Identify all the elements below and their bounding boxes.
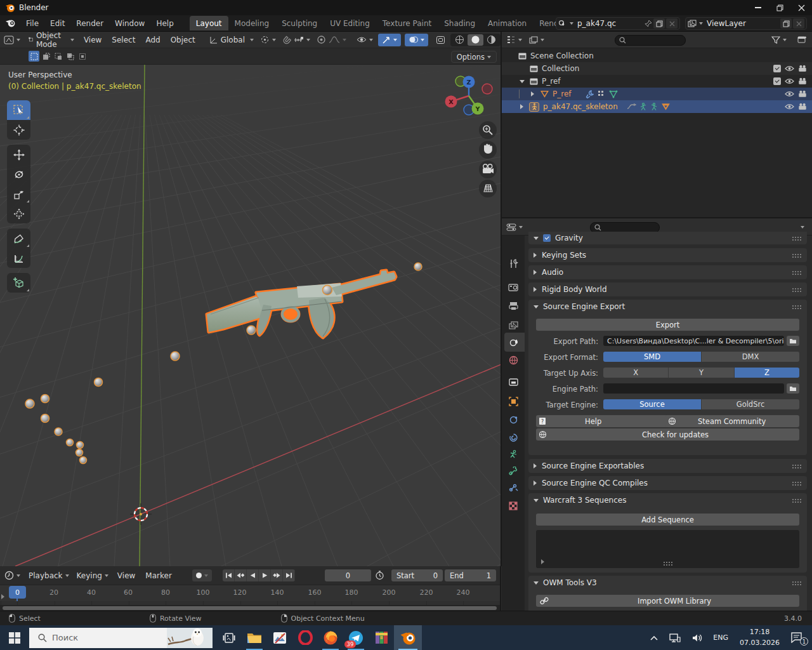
- timeline-view-menu[interactable]: View: [112, 571, 140, 580]
- tool-move[interactable]: [7, 145, 30, 164]
- panel-source-engine-qc-compiles[interactable]: Source Engine QC Compiles: [528, 476, 807, 490]
- workspace-tab-animation[interactable]: Animation: [481, 17, 533, 30]
- tray-language[interactable]: ENG: [708, 633, 733, 642]
- firefox-browser-icon[interactable]: [318, 625, 343, 650]
- check-updates-button[interactable]: Check for updates: [536, 428, 799, 441]
- transform-orientation-dropdown[interactable]: Global: [209, 36, 254, 44]
- panel-keying-sets[interactable]: Keying Sets: [528, 248, 807, 262]
- taskbar-search[interactable]: Поиск: [29, 628, 213, 648]
- import-owm-library-button[interactable]: Import OWM Library: [536, 595, 799, 607]
- outliner-row-p-ref-collection[interactable]: P_ref: [502, 75, 812, 88]
- snap-toggle-icon[interactable]: [282, 36, 291, 44]
- engine-source-button[interactable]: Source: [603, 399, 702, 409]
- menu-edit[interactable]: Edit: [44, 17, 70, 30]
- gizmos-toggle[interactable]: [378, 34, 401, 46]
- outliner-row-p-ref-mesh[interactable]: P_ref: [502, 88, 812, 100]
- tool-add-cube[interactable]: [7, 273, 30, 293]
- prev-keyframe-button[interactable]: [235, 569, 247, 581]
- camera-visibility-icon[interactable]: [798, 90, 807, 98]
- select-mode-extend-icon[interactable]: [41, 51, 51, 62]
- timeline-expand-arrow[interactable]: [1, 594, 4, 599]
- next-keyframe-button[interactable]: [271, 569, 283, 581]
- end-frame-field[interactable]: End1: [445, 569, 496, 581]
- sequence-list-box[interactable]: [536, 530, 799, 568]
- outliner-display-mode-dropdown[interactable]: [527, 36, 547, 44]
- tab-texture[interactable]: [502, 496, 525, 515]
- select-mode-new-icon[interactable]: [29, 51, 39, 62]
- hide-eye-icon[interactable]: [785, 103, 794, 110]
- panel-source-engine-export[interactable]: Source Engine Export Export Export Path:…: [528, 300, 807, 455]
- outliner-row-collection[interactable]: Collection: [502, 62, 812, 75]
- scene-name[interactable]: p_ak47.qc: [573, 19, 620, 28]
- camera-view-button[interactable]: [479, 161, 497, 178]
- hide-eye-icon[interactable]: [785, 91, 794, 97]
- format-smd-button[interactable]: SMD: [603, 352, 702, 362]
- tab-constraints[interactable]: [502, 428, 525, 447]
- exclude-checkbox[interactable]: [773, 77, 781, 85]
- timeline-scrollbar-thumb[interactable]: [3, 606, 497, 610]
- start-frame-field[interactable]: Start0: [391, 569, 443, 581]
- tray-clock[interactable]: 17:18 07.03.2026: [733, 627, 786, 648]
- export-button[interactable]: Export: [536, 319, 799, 331]
- file-explorer-icon[interactable]: [242, 625, 267, 650]
- workspace-tab-texture-paint[interactable]: Texture Paint: [376, 17, 438, 30]
- tab-view-layer[interactable]: [502, 315, 525, 335]
- format-dmx-button[interactable]: DMX: [702, 352, 799, 362]
- unlink-scene-icon[interactable]: [666, 18, 678, 29]
- engine-path-browse-button[interactable]: [787, 383, 799, 394]
- notification-center-icon[interactable]: 1: [786, 632, 812, 643]
- timeline-marker-menu[interactable]: Marker: [140, 571, 176, 580]
- play-reverse-button[interactable]: [247, 569, 259, 581]
- properties-editor-type-button[interactable]: [502, 223, 527, 232]
- panel-warcraft-3-sequences[interactable]: Warcraft 3 Sequences Add Sequence: [528, 493, 807, 573]
- mode-selector[interactable]: Object Mode: [24, 32, 79, 49]
- tab-world[interactable]: [502, 350, 525, 369]
- current-frame-field[interactable]: 0: [325, 569, 371, 581]
- axis-z-button[interactable]: Z: [735, 368, 799, 378]
- shading-wireframe-icon[interactable]: [452, 35, 468, 44]
- tray-chevron-icon[interactable]: [645, 635, 664, 640]
- use-preview-range-toggle[interactable]: [375, 571, 384, 580]
- playhead-frame-badge[interactable]: 0: [9, 586, 26, 599]
- outliner-editor-type-button[interactable]: [502, 36, 527, 44]
- panel-owm-tools[interactable]: OWM Tools V3 Import OWM Library Cleanup: [528, 576, 807, 611]
- ak47-model[interactable]: [207, 270, 396, 338]
- hide-eye-icon[interactable]: [785, 78, 794, 84]
- tool-measure[interactable]: [7, 248, 30, 268]
- panel-audio[interactable]: Audio: [528, 265, 807, 279]
- falloff-dropdown[interactable]: [329, 36, 346, 44]
- tool-scale[interactable]: [7, 184, 30, 204]
- play-button[interactable]: [259, 569, 271, 581]
- winrar-icon[interactable]: [369, 625, 394, 650]
- gravity-checkbox[interactable]: [543, 234, 551, 242]
- filter-icon[interactable]: [771, 36, 787, 44]
- view-layer-selector[interactable]: ViewLayer: [685, 17, 807, 30]
- tool-transform[interactable]: [7, 204, 30, 223]
- help-button[interactable]: ? Help: [536, 415, 669, 427]
- keying-menu[interactable]: Keying: [73, 571, 112, 580]
- export-path-browse-button[interactable]: [787, 336, 799, 346]
- toggle-perspective-button[interactable]: [479, 180, 497, 197]
- workspace-tab-sculpting[interactable]: Sculpting: [275, 17, 324, 30]
- camera-visibility-icon[interactable]: [798, 77, 807, 85]
- panel-source-engine-exportables[interactable]: Source Engine Exportables: [528, 459, 807, 473]
- axis-y-button[interactable]: Y: [669, 368, 734, 378]
- new-scene-icon[interactable]: [653, 18, 665, 29]
- network-icon[interactable]: [664, 633, 686, 642]
- restore-button[interactable]: [769, 0, 790, 15]
- task-view-button[interactable]: [216, 625, 242, 650]
- panel-gravity[interactable]: Gravity: [528, 232, 807, 244]
- viewport-menu-view[interactable]: View: [79, 33, 107, 47]
- proportional-editing-icon[interactable]: [317, 35, 326, 44]
- jump-to-start-button[interactable]: [223, 569, 235, 581]
- show-gizmo-dropdown[interactable]: [357, 36, 373, 43]
- select-mode-subtract-icon[interactable]: [53, 51, 63, 62]
- tab-bone-constraints[interactable]: [502, 477, 525, 496]
- panel-rigid-body-world[interactable]: Rigid Body World: [528, 282, 807, 296]
- zoom-view-button[interactable]: [479, 121, 497, 139]
- camera-visibility-icon[interactable]: [798, 103, 807, 110]
- pin-icon[interactable]: [645, 20, 652, 27]
- viewport-menu-select[interactable]: Select: [107, 33, 140, 47]
- remove-view-layer-icon[interactable]: [793, 18, 804, 29]
- outliner-search-input[interactable]: [615, 35, 686, 46]
